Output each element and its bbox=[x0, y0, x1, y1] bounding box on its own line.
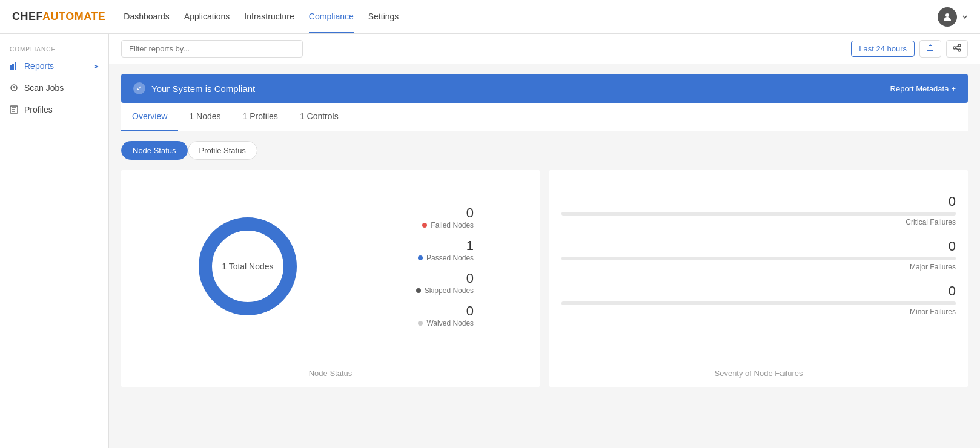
legend-waived: 0 Waived Nodes bbox=[416, 303, 474, 328]
brand-chef: CHEF bbox=[12, 10, 42, 22]
main-content: Last 24 hours ✓ Your System is Compliant… bbox=[109, 34, 980, 448]
report-metadata-button[interactable]: Report Metadata + bbox=[890, 84, 956, 93]
main-layout: COMPLIANCE Reports Scan Jobs Profiles bbox=[0, 34, 980, 448]
severity-footer: Severity of Node Failures bbox=[549, 369, 968, 378]
skipped-label: Skipped Nodes bbox=[425, 286, 474, 295]
sidebar: COMPLIANCE Reports Scan Jobs Profiles bbox=[0, 34, 109, 448]
failed-dot bbox=[422, 223, 427, 228]
top-nav: CHEFAUTOMATE Dashboards Applications Inf… bbox=[0, 0, 980, 34]
svg-rect-1 bbox=[10, 65, 12, 70]
severity-major: 0 Major Failures bbox=[561, 239, 956, 271]
donut-chart: 1 Total Nodes bbox=[187, 206, 308, 327]
skipped-count: 0 bbox=[466, 271, 474, 286]
scan-jobs-label: Scan Jobs bbox=[24, 83, 64, 93]
waived-count: 0 bbox=[466, 303, 474, 319]
compliance-banner: ✓ Your System is Compliant Report Metada… bbox=[121, 74, 968, 103]
waived-label: Waived Nodes bbox=[426, 319, 474, 328]
tab-nodes[interactable]: 1 Nodes bbox=[178, 103, 231, 131]
time-range-button[interactable]: Last 24 hours bbox=[851, 41, 915, 57]
donut-label: 1 Total Nodes bbox=[222, 262, 273, 271]
legend-skipped: 0 Skipped Nodes bbox=[416, 271, 474, 295]
reports-label: Reports bbox=[24, 61, 54, 71]
sidebar-item-scan-jobs[interactable]: Scan Jobs bbox=[0, 77, 108, 99]
status-toggle: Node Status Profile Status bbox=[121, 141, 968, 160]
severity-area: 0 Critical Failures 0 bbox=[561, 182, 956, 328]
svg-rect-2 bbox=[12, 64, 14, 70]
sidebar-item-reports[interactable]: Reports bbox=[0, 55, 108, 77]
critical-count: 0 bbox=[949, 194, 956, 209]
plus-icon: + bbox=[951, 84, 956, 93]
report-metadata-label: Report Metadata bbox=[890, 84, 949, 93]
passed-dot bbox=[418, 255, 423, 260]
node-legend: 0 Failed Nodes 1 Passed Nodes bbox=[416, 205, 474, 328]
tab-controls[interactable]: 1 Controls bbox=[289, 103, 349, 131]
brand-logo: CHEFAUTOMATE bbox=[12, 10, 105, 23]
node-status-button[interactable]: Node Status bbox=[121, 141, 188, 160]
svg-point-8 bbox=[958, 49, 961, 51]
tab-overview[interactable]: Overview bbox=[121, 103, 178, 131]
banner-message: Your System is Compliant bbox=[151, 84, 255, 94]
profiles-label: Profiles bbox=[24, 105, 53, 114]
filter-input[interactable] bbox=[121, 40, 303, 58]
minor-count: 0 bbox=[949, 283, 956, 299]
nav-compliance[interactable]: Compliance bbox=[309, 1, 354, 33]
user-avatar[interactable] bbox=[938, 7, 957, 27]
check-circle-icon: ✓ bbox=[133, 82, 145, 94]
major-count: 0 bbox=[949, 239, 956, 254]
node-status-footer: Node Status bbox=[121, 369, 540, 378]
svg-point-0 bbox=[945, 13, 949, 17]
profile-icon bbox=[10, 105, 19, 114]
node-status-card: 1 Total Nodes 0 Failed Nodes 1 bbox=[121, 170, 540, 387]
filter-bar: Last 24 hours bbox=[109, 34, 980, 64]
sidebar-section-label: COMPLIANCE bbox=[0, 40, 108, 55]
nav-applications[interactable]: Applications bbox=[184, 1, 230, 33]
severity-critical-header: 0 bbox=[561, 194, 956, 209]
svg-point-7 bbox=[953, 47, 956, 49]
banner-left: ✓ Your System is Compliant bbox=[133, 82, 255, 94]
bar-chart-icon bbox=[10, 62, 19, 70]
filter-actions: Last 24 hours bbox=[851, 40, 968, 58]
reports-chevron-icon bbox=[94, 61, 99, 71]
minor-label: Minor Failures bbox=[561, 308, 956, 316]
nav-links: Dashboards Applications Infrastructure C… bbox=[124, 1, 938, 33]
minor-progress-bg bbox=[561, 301, 956, 305]
failed-label: Failed Nodes bbox=[431, 221, 474, 229]
upload-button[interactable] bbox=[919, 40, 941, 58]
cards-row: 1 Total Nodes 0 Failed Nodes 1 bbox=[109, 170, 980, 400]
donut-area: 1 Total Nodes 0 Failed Nodes 1 bbox=[133, 182, 528, 351]
severity-minor: 0 Minor Failures bbox=[561, 283, 956, 316]
nav-dashboards[interactable]: Dashboards bbox=[124, 1, 170, 33]
passed-label: Passed Nodes bbox=[426, 254, 474, 262]
svg-point-6 bbox=[958, 44, 961, 47]
passed-count: 1 bbox=[466, 238, 474, 254]
sidebar-item-profiles[interactable]: Profiles bbox=[0, 99, 108, 120]
major-progress-bg bbox=[561, 257, 956, 260]
share-button[interactable] bbox=[946, 40, 968, 58]
legend-failed: 0 Failed Nodes bbox=[416, 205, 474, 229]
failed-count: 0 bbox=[466, 205, 474, 221]
nav-right bbox=[938, 7, 968, 27]
critical-progress-bg bbox=[561, 212, 956, 216]
tab-profiles[interactable]: 1 Profiles bbox=[232, 103, 289, 131]
tabs-container: Overview 1 Nodes 1 Profiles 1 Controls bbox=[121, 103, 968, 131]
profile-status-button[interactable]: Profile Status bbox=[188, 141, 257, 160]
severity-critical: 0 Critical Failures bbox=[561, 194, 956, 226]
severity-minor-header: 0 bbox=[561, 283, 956, 299]
legend-passed: 1 Passed Nodes bbox=[416, 238, 474, 262]
severity-card: 0 Critical Failures 0 bbox=[549, 170, 968, 387]
tabs: Overview 1 Nodes 1 Profiles 1 Controls bbox=[121, 103, 968, 131]
nav-settings[interactable]: Settings bbox=[368, 1, 399, 33]
severity-major-header: 0 bbox=[561, 239, 956, 254]
critical-label: Critical Failures bbox=[561, 218, 956, 226]
waived-dot bbox=[418, 321, 423, 326]
scan-icon bbox=[10, 84, 19, 92]
major-label: Major Failures bbox=[561, 263, 956, 271]
skipped-dot bbox=[416, 288, 421, 293]
chevron-down-icon bbox=[962, 14, 968, 20]
brand-automate: AUTOMATE bbox=[42, 10, 105, 22]
svg-rect-3 bbox=[15, 62, 16, 70]
nav-infrastructure[interactable]: Infrastructure bbox=[244, 1, 294, 33]
